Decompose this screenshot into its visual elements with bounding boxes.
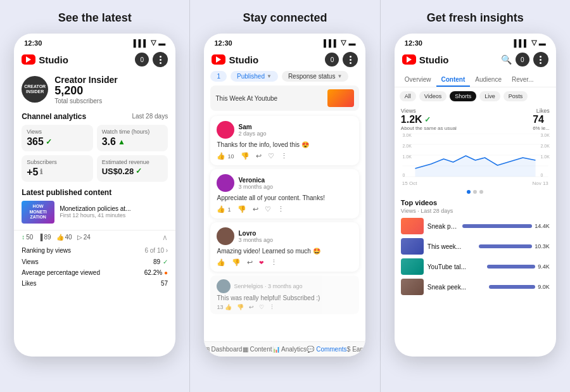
comment-card-3[interactable]: Lovro 3 months ago Amazing video! Learne… <box>210 222 359 272</box>
dislike-action-3[interactable]: 👎 <box>232 258 241 267</box>
more-action-1[interactable]: ⋮ <box>281 152 288 160</box>
chart-dates: 15 Oct Nov 13 <box>401 180 550 186</box>
filter-live[interactable]: Live <box>479 91 500 101</box>
battery-icon-2: ▬ <box>348 39 355 47</box>
video-row-2[interactable]: This week... 10.3K <box>401 238 550 255</box>
more-action-3[interactable]: ⋮ <box>270 258 277 267</box>
video-row-3[interactable]: YouTube tal... 9.4K <box>401 258 550 275</box>
date-end: Nov 13 <box>532 180 548 186</box>
search-icon[interactable]: 🔍 <box>501 54 512 65</box>
subs-label: Subscribers <box>27 159 88 165</box>
menu-button-2[interactable] <box>343 52 358 67</box>
shares-icon: ↕ <box>22 234 25 241</box>
tab-audience[interactable]: Audience <box>470 73 507 87</box>
nav-earn[interactable]: $ Earn <box>347 346 365 353</box>
svg-text:0: 0 <box>402 173 405 177</box>
ranking-row[interactable]: Ranking by views 6 of 10 › <box>14 244 175 256</box>
thumbs-down-icon-3: 👎 <box>232 258 241 267</box>
filter-btn-response[interactable]: Response status ▼ <box>282 71 348 82</box>
wifi-icon-2: ▽ <box>341 39 346 47</box>
reply-action-2[interactable]: ↩ <box>253 205 258 213</box>
dislike-action-1[interactable]: 👎 <box>241 152 250 160</box>
svg-text:3.0K: 3.0K <box>540 134 550 137</box>
chart-views-label: Views <box>401 108 457 114</box>
dislike-action-2[interactable]: 👎 <box>238 205 246 213</box>
video-count-1: 14.4K <box>535 223 550 229</box>
like-count-2: 1 <box>227 206 231 213</box>
avg-label: Average percentage viewed <box>22 269 100 276</box>
heart-action-2[interactable]: ♡ <box>265 205 271 213</box>
filter-posts[interactable]: Posts <box>504 91 528 101</box>
comment-3-avatar <box>217 227 234 245</box>
comment-2-text: Appreciate all of your content. Thanks! <box>217 194 353 201</box>
analytics-card-revenue: Estimated revenue US$0.28 ✓ <box>97 155 168 182</box>
nav-content[interactable]: ▦ Content <box>243 346 272 353</box>
video-thumb-1 <box>401 218 424 234</box>
filter-btn-1[interactable]: 1 <box>210 71 227 82</box>
like-action-2[interactable]: 👍 1 <box>217 205 231 213</box>
heart-action-3[interactable]: ❤ <box>259 260 264 266</box>
notif-badge-3[interactable]: 0 <box>516 53 529 66</box>
analytics-period: Last 28 days <box>132 113 168 120</box>
shares-value: 50 <box>26 234 33 241</box>
yt-logo: Studio <box>22 54 68 65</box>
comment-3-username: Lovro <box>238 230 273 237</box>
menu-button-3[interactable] <box>533 52 548 67</box>
section-2-title: Stay connected <box>243 11 327 25</box>
small-more-icon[interactable]: ⋮ <box>269 304 275 310</box>
dot-3[interactable] <box>479 190 483 194</box>
tab-overview[interactable]: Overview <box>400 73 436 87</box>
filter-videos[interactable]: Videos <box>419 91 446 101</box>
small-comment-1[interactable]: SenHelgios · 3 months ago This was reall… <box>210 275 359 314</box>
content-item[interactable]: HOWMONETIZATION Monetization policies at… <box>22 201 168 224</box>
top-videos-title: Top videos <box>401 199 550 206</box>
header-icons-3: 🔍 0 <box>501 52 548 67</box>
video-row-4[interactable]: Sneak peek... 9.0K <box>401 279 550 295</box>
dot-1[interactable] <box>467 190 471 194</box>
svg-text:2.0K: 2.0K <box>402 144 412 148</box>
comment-card-1[interactable]: Sam 2 days ago Thanks for the info, love… <box>210 116 359 165</box>
expand-icon[interactable]: ∧ <box>162 233 168 242</box>
reply-action-3[interactable]: ↩ <box>247 258 253 267</box>
filter-btn-published[interactable]: Published ▼ <box>231 71 278 82</box>
analytics-card-subs: Subscribers +5 ℹ <box>22 155 93 182</box>
more-action-2[interactable]: ⋮ <box>277 205 284 213</box>
comment-card-2[interactable]: Veronica 3 months ago Appreciate all of … <box>210 169 359 218</box>
svg-text:0: 0 <box>540 173 543 177</box>
heart-action-1[interactable]: ♡ <box>268 152 274 160</box>
tab-revenue[interactable]: Rever... <box>507 73 538 87</box>
filter-all[interactable]: All <box>400 91 416 101</box>
comment-1-text: Thanks for the info, loved this 😍 <box>217 141 353 148</box>
likes-icon: 👍 <box>56 234 64 241</box>
like-action-3[interactable]: 👍 <box>217 258 225 267</box>
small-heart-icon[interactable]: ♡ <box>259 304 264 310</box>
filter-arrow-2: ▼ <box>337 73 342 79</box>
nav-analytics[interactable]: 📊 Analytics <box>272 346 307 353</box>
video-thumb-2 <box>401 238 424 255</box>
reply-action-1[interactable]: ↩ <box>256 152 262 160</box>
logo-text-3: Studio <box>419 54 449 65</box>
revenue-check-icon: ✓ <box>136 167 142 175</box>
ranking-value: 6 of 10 › <box>144 247 168 254</box>
filter-shorts[interactable]: Shorts <box>450 91 476 101</box>
video-title-3: YouTube tal... <box>428 263 483 270</box>
like-action-1[interactable]: 👍 10 <box>217 152 234 160</box>
small-like-count: 13 👍 <box>217 304 232 310</box>
menu-button[interactable] <box>153 52 168 67</box>
tab-content[interactable]: Content <box>436 73 471 87</box>
video-row-1[interactable]: Sneak peek... 14.4K <box>401 218 550 234</box>
section-3-title: Get fresh insights <box>427 11 524 25</box>
dot-2[interactable] <box>473 190 477 194</box>
notif-badge-2[interactable]: 0 <box>325 53 339 66</box>
stat-likes: 👍 40 <box>56 234 72 241</box>
small-reply-icon[interactable]: ↩ <box>249 304 254 310</box>
nav-dashboard[interactable]: ⊞ Dashboard <box>205 346 243 353</box>
small-dislike-icon[interactable]: 👎 <box>237 304 244 310</box>
video-bar-container-3: 9.4K <box>487 263 550 270</box>
video-thumb-3 <box>401 258 424 275</box>
date-start: 15 Oct <box>402 180 417 186</box>
notif-badge[interactable]: 0 <box>135 53 149 66</box>
views-icon: ▐ <box>38 234 42 241</box>
menu-dots-icon <box>160 56 162 64</box>
nav-comments[interactable]: 💬 Comments <box>307 346 346 353</box>
